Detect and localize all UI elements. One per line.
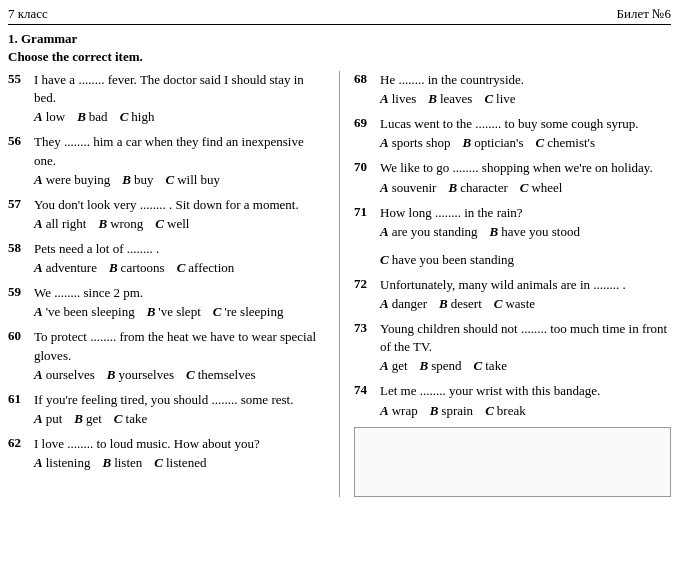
option-item: Clistened: [154, 455, 206, 471]
option-item: Adanger: [380, 296, 427, 312]
option-text: waste: [505, 296, 535, 312]
option-item: Asports shop: [380, 135, 451, 151]
question-text: I have a ........ fever. The doctor said…: [34, 71, 325, 107]
question-block: 70We like to go ........ shopping when w…: [354, 159, 671, 195]
option-text: chemist's: [547, 135, 595, 151]
question-number: 61: [8, 391, 30, 409]
options-row: Aall rightBwrongCwell: [34, 216, 325, 232]
option-letter: B: [74, 411, 83, 427]
question-number: 69: [354, 115, 376, 133]
option-letter: A: [34, 411, 43, 427]
question-text: I love ........ to loud music. How about…: [34, 435, 325, 453]
option-text: yourselves: [118, 367, 174, 383]
question-number: 71: [354, 204, 376, 222]
question-number: 74: [354, 382, 376, 400]
option-item: Chigh: [120, 109, 155, 125]
question-number: 59: [8, 284, 30, 302]
option-text: high: [131, 109, 154, 125]
options-row: AsouvenirBcharacterCwheel: [380, 180, 671, 196]
option-item: C're sleeping: [213, 304, 284, 320]
option-letter: B: [490, 224, 499, 240]
option-item: Ctake: [114, 411, 147, 427]
option-letter: A: [34, 109, 43, 125]
option-item: Ctake: [474, 358, 507, 374]
options-row: A've been sleepingB've sleptC're sleepin…: [34, 304, 325, 320]
question-number: 62: [8, 435, 30, 453]
question-block: 59We ........ since 2 pm.A've been sleep…: [8, 284, 325, 320]
question-block: 56They ........ him a car when they find…: [8, 133, 325, 187]
options-row: AlivesBleavesClive: [380, 91, 671, 107]
option-text: put: [46, 411, 63, 427]
option-letter: A: [380, 180, 389, 196]
option-text: take: [485, 358, 507, 374]
option-text: themselves: [198, 367, 256, 383]
question-block: 61If you're feeling tired, you should ..…: [8, 391, 325, 427]
option-item: Bsprain: [430, 403, 473, 419]
options-row: AourselvesByourselvesCthemselves: [34, 367, 325, 383]
option-item: Boptician's: [463, 135, 524, 151]
left-column: 55I have a ........ fever. The doctor sa…: [8, 71, 325, 497]
question-block: 55I have a ........ fever. The doctor sa…: [8, 71, 325, 125]
option-item: Bwrong: [98, 216, 143, 232]
option-letter: A: [380, 296, 389, 312]
option-item: Chave you been standing: [380, 252, 514, 268]
option-item: Cwell: [155, 216, 189, 232]
question-number: 57: [8, 196, 30, 214]
option-item: A've been sleeping: [34, 304, 135, 320]
question-text: Unfortunately, many wild animals are in …: [380, 276, 671, 294]
option-item: Awere buying: [34, 172, 110, 188]
option-item: Aall right: [34, 216, 86, 232]
option-text: break: [497, 403, 526, 419]
option-letter: B: [448, 180, 457, 196]
option-letter: B: [420, 358, 429, 374]
option-letter: A: [34, 367, 43, 383]
option-text: sports shop: [392, 135, 451, 151]
option-letter: C: [114, 411, 123, 427]
option-letter: C: [380, 252, 389, 268]
option-item: Awrap: [380, 403, 418, 419]
question-block: 68He ........ in the countryside.AlivesB…: [354, 71, 671, 107]
option-letter: C: [536, 135, 545, 151]
option-text: adventure: [46, 260, 97, 276]
option-text: sprain: [441, 403, 473, 419]
option-letter: B: [428, 91, 437, 107]
option-item: Cthemselves: [186, 367, 255, 383]
option-letter: B: [102, 455, 111, 471]
option-item: Aare you standing: [380, 224, 478, 240]
question-text: They ........ him a car when they find a…: [34, 133, 325, 169]
option-letter: C: [484, 91, 493, 107]
option-text: listen: [114, 455, 142, 471]
question-block: 62I love ........ to loud music. How abo…: [8, 435, 325, 471]
option-text: well: [167, 216, 189, 232]
option-item: Bcharacter: [448, 180, 507, 196]
question-block: 60To protect ........ from the heat we h…: [8, 328, 325, 382]
question-number: 70: [354, 159, 376, 177]
option-text: have you been standing: [392, 252, 514, 268]
ticket-label: Билет №6: [616, 6, 671, 22]
question-text: To protect ........ from the heat we hav…: [34, 328, 325, 364]
option-text: 've been sleeping: [46, 304, 135, 320]
option-text: cartoons: [121, 260, 165, 276]
option-letter: C: [154, 455, 163, 471]
question-text: Let me ........ your wrist with this ban…: [380, 382, 671, 400]
question-text: Young children should not ........ too m…: [380, 320, 671, 356]
option-text: live: [496, 91, 516, 107]
option-item: Aput: [34, 411, 62, 427]
question-text: He ........ in the countryside.: [380, 71, 671, 89]
questions-columns: 55I have a ........ fever. The doctor sa…: [8, 71, 671, 497]
option-text: affection: [188, 260, 234, 276]
option-letter: C: [177, 260, 186, 276]
option-text: souvenir: [392, 180, 437, 196]
option-text: optician's: [474, 135, 523, 151]
option-letter: B: [430, 403, 439, 419]
option-text: have you stood: [501, 224, 580, 240]
option-letter: A: [380, 358, 389, 374]
option-letter: B: [147, 304, 156, 320]
option-text: character: [460, 180, 508, 196]
answer-box: [354, 427, 671, 497]
options-row: AlisteningBlistenClistened: [34, 455, 325, 471]
option-item: Aourselves: [34, 367, 95, 383]
question-text: If you're feeling tired, you should ....…: [34, 391, 325, 409]
option-item: Bcartoons: [109, 260, 165, 276]
options-row: AputBgetCtake: [34, 411, 325, 427]
